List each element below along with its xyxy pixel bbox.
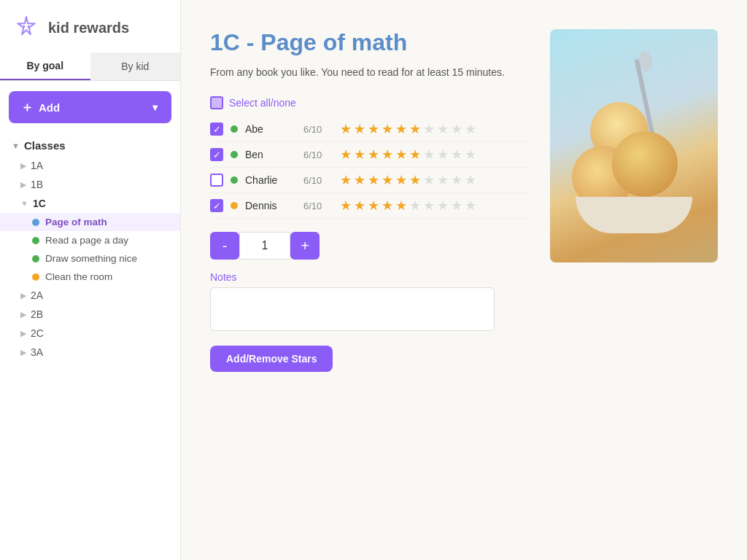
student-score-charlie: 6/10 bbox=[303, 175, 333, 186]
class-1C-label: 1C bbox=[33, 198, 46, 209]
ice-cream-image bbox=[550, 29, 718, 262]
checkbox-abe[interactable] bbox=[210, 122, 223, 136]
class-2C[interactable]: ▶ 2C bbox=[0, 324, 180, 343]
goal-draw-something[interactable]: Draw something nice bbox=[0, 249, 180, 268]
goal-draw-something-label: Draw something nice bbox=[45, 253, 137, 264]
stepper-plus-button[interactable]: + bbox=[290, 232, 320, 260]
class-3A[interactable]: ▶ 3A bbox=[0, 343, 180, 362]
student-name-charlie: Charlie bbox=[245, 174, 296, 186]
goal-read-a-page-label: Read a page a day bbox=[45, 235, 128, 246]
dot-orange-icon bbox=[32, 273, 39, 281]
class-1A-label: 1A bbox=[31, 160, 43, 171]
sidebar: kid rewards By goal By kid ＋ Add ▼ ▼ Cla… bbox=[0, 0, 181, 560]
select-all-row[interactable]: Select all/none bbox=[210, 96, 528, 109]
stepper-row: - + bbox=[210, 232, 528, 260]
star-icon: ★ bbox=[382, 198, 393, 214]
ice-cream-scoop-right bbox=[612, 131, 678, 197]
star-icon: ★ bbox=[354, 121, 365, 137]
student-score-ben: 6/10 bbox=[303, 149, 333, 160]
goal-page-of-math-label: Page of math bbox=[45, 217, 107, 228]
classes-arrow-icon: ▼ bbox=[12, 141, 20, 150]
star-empty-icon: ★ bbox=[409, 198, 421, 214]
class-1C[interactable]: ▼ 1C bbox=[0, 194, 180, 213]
notes-textarea[interactable] bbox=[210, 287, 495, 331]
star-empty-icon: ★ bbox=[451, 172, 462, 188]
dot-dennis bbox=[231, 202, 238, 209]
goal-clean-room[interactable]: Clean the room bbox=[0, 268, 180, 286]
star-empty-icon: ★ bbox=[451, 198, 462, 214]
checkbox-ben[interactable] bbox=[210, 148, 223, 161]
add-remove-stars-button[interactable]: Add/Remove Stars bbox=[210, 346, 333, 372]
class-2C-label: 2C bbox=[31, 327, 44, 339]
dot-green2-icon bbox=[32, 255, 39, 262]
star-empty-icon: ★ bbox=[451, 147, 462, 163]
student-name-ben: Ben bbox=[245, 149, 296, 160]
class-2C-arrow: ▶ bbox=[20, 329, 26, 338]
class-3A-arrow: ▶ bbox=[20, 348, 26, 357]
app-title: kid rewards bbox=[48, 20, 129, 36]
checkbox-charlie[interactable] bbox=[210, 174, 223, 187]
add-button[interactable]: ＋ Add ▼ bbox=[9, 91, 171, 123]
tabs-row: By goal By kid bbox=[0, 52, 180, 81]
star-icon: ★ bbox=[354, 172, 365, 188]
star-icon: ★ bbox=[382, 172, 393, 188]
star-empty-icon: ★ bbox=[465, 121, 476, 137]
star-empty-icon: ★ bbox=[437, 198, 449, 214]
student-row-abe: Abe 6/10 ★ ★ ★ ★ ★ ★ ★ ★ ★ ★ bbox=[210, 117, 528, 142]
stars-charlie: ★ ★ ★ ★ ★ ★ ★ ★ ★ ★ bbox=[340, 172, 476, 188]
tab-by-goal[interactable]: By goal bbox=[0, 52, 90, 80]
checkbox-dennis[interactable] bbox=[210, 199, 223, 212]
dot-ben bbox=[231, 151, 238, 158]
star-icon: ★ bbox=[395, 121, 407, 137]
student-score-abe: 6/10 bbox=[303, 124, 333, 135]
star-icon: ★ bbox=[382, 121, 393, 137]
goal-clean-room-label: Clean the room bbox=[45, 271, 112, 282]
class-2B-label: 2B bbox=[31, 308, 43, 320]
class-2A-label: 2A bbox=[31, 289, 43, 301]
star-icon: ★ bbox=[368, 121, 379, 137]
select-all-checkbox[interactable] bbox=[210, 96, 223, 109]
star-icon: ★ bbox=[382, 147, 393, 163]
student-row-charlie: Charlie 6/10 ★ ★ ★ ★ ★ ★ ★ ★ ★ ★ bbox=[210, 168, 528, 193]
class-2B-arrow: ▶ bbox=[20, 310, 26, 319]
star-empty-icon: ★ bbox=[465, 147, 476, 163]
goal-description: From any book you like. You need to read… bbox=[210, 65, 516, 80]
tab-by-kid[interactable]: By kid bbox=[90, 52, 181, 80]
star-icon: ★ bbox=[409, 121, 421, 137]
star-icon: ★ bbox=[368, 147, 379, 163]
svg-point-0 bbox=[23, 26, 25, 28]
stepper-value-input[interactable] bbox=[239, 232, 290, 260]
goal-page-of-math[interactable]: Page of math bbox=[0, 213, 180, 231]
plus-icon: ＋ bbox=[20, 98, 34, 116]
class-1B[interactable]: ▶ 1B bbox=[0, 175, 180, 194]
ice-cream-bowl bbox=[576, 197, 692, 233]
class-1B-arrow: ▶ bbox=[20, 180, 26, 190]
star-icon: ★ bbox=[340, 147, 352, 163]
classes-section[interactable]: ▼ Classes bbox=[0, 135, 180, 156]
star-icon: ★ bbox=[395, 198, 407, 214]
logo-area: kid rewards bbox=[0, 0, 180, 52]
goal-read-a-page[interactable]: Read a page a day bbox=[0, 231, 180, 249]
class-1A[interactable]: ▶ 1A bbox=[0, 156, 180, 175]
dot-blue-icon bbox=[32, 219, 39, 226]
star-icon: ★ bbox=[395, 147, 407, 163]
class-2A[interactable]: ▶ 2A bbox=[0, 286, 180, 305]
star-icon: ★ bbox=[354, 147, 365, 163]
class-3A-label: 3A bbox=[31, 346, 43, 358]
logo-icon bbox=[12, 13, 41, 42]
stepper-minus-button[interactable]: - bbox=[210, 232, 239, 260]
chevron-down-icon: ▼ bbox=[150, 102, 160, 113]
dot-charlie bbox=[231, 176, 238, 184]
content-layout: 1C - Page of math From any book you like… bbox=[210, 29, 718, 372]
select-all-label[interactable]: Select all/none bbox=[229, 97, 296, 109]
stars-abe: ★ ★ ★ ★ ★ ★ ★ ★ ★ ★ bbox=[340, 121, 476, 137]
student-row-ben: Ben 6/10 ★ ★ ★ ★ ★ ★ ★ ★ ★ ★ bbox=[210, 142, 528, 168]
students-list: Abe 6/10 ★ ★ ★ ★ ★ ★ ★ ★ ★ ★ bbox=[210, 117, 528, 219]
stars-dennis: ★ ★ ★ ★ ★ ★ ★ ★ ★ ★ bbox=[340, 198, 476, 214]
star-empty-icon: ★ bbox=[451, 121, 462, 137]
class-2B[interactable]: ▶ 2B bbox=[0, 305, 180, 324]
left-panel: 1C - Page of math From any book you like… bbox=[210, 29, 528, 372]
goal-title: 1C - Page of math bbox=[210, 29, 528, 56]
star-empty-icon: ★ bbox=[423, 147, 435, 163]
star-empty-icon: ★ bbox=[437, 147, 449, 163]
